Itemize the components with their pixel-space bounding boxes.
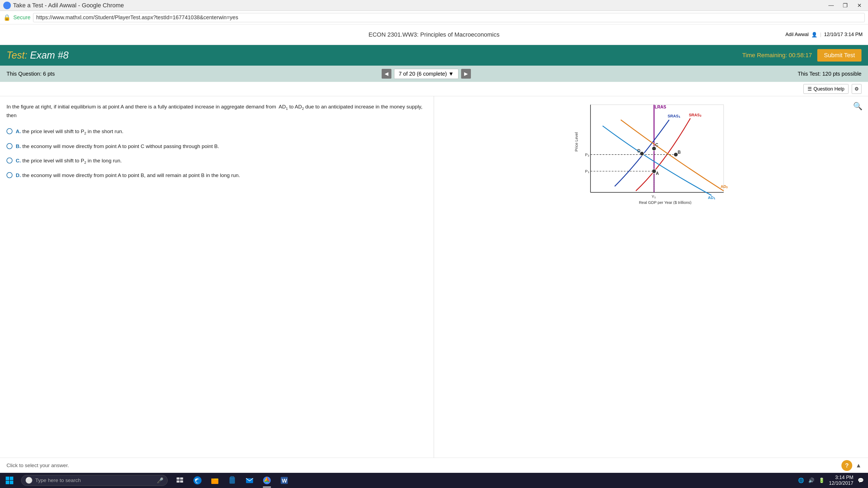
taskbar-right: 🌐 🔊 🔋 3:14 PM 12/10/2017 💬 (798, 475, 868, 486)
taskbar-search-bar[interactable]: ⚪ Type here to search 🎤 (21, 475, 167, 486)
top-nav: ECON 2301.WW3: Principles of Macroeconom… (0, 24, 868, 45)
window-title: Take a Test - Adil Awwal - Google Chrome (13, 2, 124, 9)
this-test-pts: 120 pts possible (822, 71, 862, 77)
option-b-text: B. the economy will move directly from p… (16, 142, 219, 151)
this-test-label: This Test: (798, 71, 821, 77)
secure-label: Secure (13, 14, 30, 21)
word-item[interactable]: W (276, 473, 292, 488)
svg-text:SRAS₁: SRAS₁ (668, 114, 680, 118)
email-item[interactable] (241, 473, 258, 488)
question-pts: This Question: 6 pts (6, 71, 55, 77)
radio-d[interactable] (6, 172, 12, 178)
separator: | (820, 32, 822, 37)
svg-text:D: D (638, 149, 641, 153)
economics-graph: LRAS SRAS₁ SRAS₂ AD₁ AD₂ P₁ P₂ Y₁ (572, 102, 730, 204)
network-icon: 🌐 (798, 478, 804, 483)
svg-rect-25 (6, 477, 9, 480)
svg-text:Price Level: Price Level (574, 132, 579, 152)
next-question-button[interactable]: ▶ (461, 69, 471, 78)
svg-text:LRAS: LRAS (654, 105, 666, 109)
address-bar: 🔒 Secure (0, 11, 868, 24)
svg-point-15 (652, 169, 656, 173)
svg-text:SRAS₂: SRAS₂ (689, 113, 701, 117)
volume-icon: 🔊 (808, 478, 814, 483)
option-a-text: A. the price level will shift to P2 in t… (16, 128, 123, 136)
svg-rect-0 (590, 105, 724, 192)
file-explorer-item[interactable] (207, 473, 223, 488)
option-b[interactable]: B. the economy will move directly from p… (6, 142, 427, 151)
test-name: Exam #8 (30, 50, 69, 61)
svg-rect-26 (10, 477, 13, 480)
question-counter-text: 7 of 20 (6 complete) (399, 71, 447, 77)
this-question-label: This Question: (6, 71, 41, 77)
zoom-icon[interactable]: 🔍 (853, 102, 863, 110)
svg-rect-30 (180, 478, 183, 480)
svg-text:Y₁: Y₁ (652, 194, 656, 199)
option-d-letter: D. (16, 172, 21, 178)
option-a[interactable]: A. the price level will shift to P2 in t… (6, 128, 427, 136)
main-content: In the figure at right, if initial equil… (0, 96, 868, 458)
svg-text:A: A (656, 171, 659, 176)
test-title: Test: Exam #8 (6, 50, 69, 61)
start-button[interactable] (0, 473, 19, 488)
settings-button[interactable]: ⚙ (852, 84, 862, 94)
username: Adil Awwal (785, 32, 809, 37)
option-d[interactable]: D. the economy will move directly from p… (6, 172, 427, 180)
security-item[interactable] (224, 473, 240, 488)
option-c-text: C. the price level will shift to P2 in t… (16, 157, 122, 165)
svg-text:P₂: P₂ (585, 153, 589, 157)
chrome-item[interactable] (259, 473, 275, 488)
search-icon: ⚪ (25, 477, 33, 484)
question-text: In the figure at right, if initial equil… (6, 103, 427, 120)
battery-icon: 🔋 (818, 478, 825, 483)
option-b-letter: B. (16, 143, 21, 149)
datetime: 12/10/17 3:14 PM (824, 32, 863, 37)
question-counter: 7 of 20 (6 complete) ▼ (394, 69, 458, 79)
prev-question-button[interactable]: ◀ (382, 69, 392, 78)
address-input[interactable] (33, 13, 865, 22)
graph-panel: 🔍 LRAS SRAS₁ SRAS₂ AD₁ AD₂ (434, 96, 868, 458)
test-label: Test: (6, 50, 27, 61)
svg-rect-32 (180, 480, 183, 483)
time-remaining: Time Remaining: 00:58:17 (742, 52, 812, 59)
time-value: 00:58:17 (789, 52, 812, 59)
option-c-letter: C. (16, 158, 21, 163)
option-a-letter: A. (16, 129, 21, 134)
user-info: Adil Awwal 👤 | 12/10/17 3:14 PM (785, 32, 863, 38)
time-label: Time Remaining: (742, 52, 787, 59)
question-help-label: Question Help (813, 86, 844, 92)
collapse-icon[interactable]: ▲ (856, 462, 862, 469)
user-icon: 👤 (811, 32, 817, 38)
taskbar-datetime: 3:14 PM 12/10/2017 (829, 475, 854, 486)
svg-rect-29 (177, 478, 180, 480)
question-help-button[interactable]: ☰ Question Help (803, 84, 848, 94)
svg-rect-31 (177, 480, 180, 483)
title-bar-title: Take a Test - Adil Awwal - Google Chrome (3, 2, 124, 9)
test-header-right: Time Remaining: 00:58:17 Submit Test (742, 49, 862, 62)
option-c[interactable]: C. the price level will shift to P2 in t… (6, 157, 427, 165)
radio-a[interactable] (6, 128, 12, 134)
question-nav-bar: This Question: 6 pts ◀ 7 of 20 (6 comple… (0, 66, 868, 82)
svg-text:W: W (282, 478, 287, 484)
minimize-button[interactable]: — (826, 0, 837, 11)
svg-text:AD₂: AD₂ (721, 184, 728, 189)
notifications-icon[interactable]: 💬 (858, 478, 864, 483)
test-header: Test: Exam #8 Time Remaining: 00:58:17 S… (0, 45, 868, 66)
radio-c[interactable] (6, 158, 12, 163)
help-button[interactable]: ? (841, 460, 852, 471)
svg-rect-27 (6, 481, 9, 484)
task-view-button[interactable] (172, 473, 188, 488)
radio-b[interactable] (6, 143, 12, 149)
title-bar: Take a Test - Adil Awwal - Google Chrome… (0, 0, 868, 11)
search-input-text: Type here to search (35, 478, 81, 483)
question-nav-right: This Test: 120 pts possible (798, 71, 862, 77)
microphone-icon: 🎤 (157, 477, 163, 484)
list-icon: ☰ (807, 86, 812, 92)
close-button[interactable]: ✕ (854, 0, 865, 11)
gear-icon: ⚙ (855, 86, 859, 92)
submit-test-button[interactable]: Submit Test (817, 49, 862, 62)
lock-icon: 🔒 (3, 14, 10, 21)
svg-text:B: B (678, 150, 681, 155)
restore-button[interactable]: ❐ (840, 0, 850, 11)
edge-browser-item[interactable] (189, 473, 206, 488)
